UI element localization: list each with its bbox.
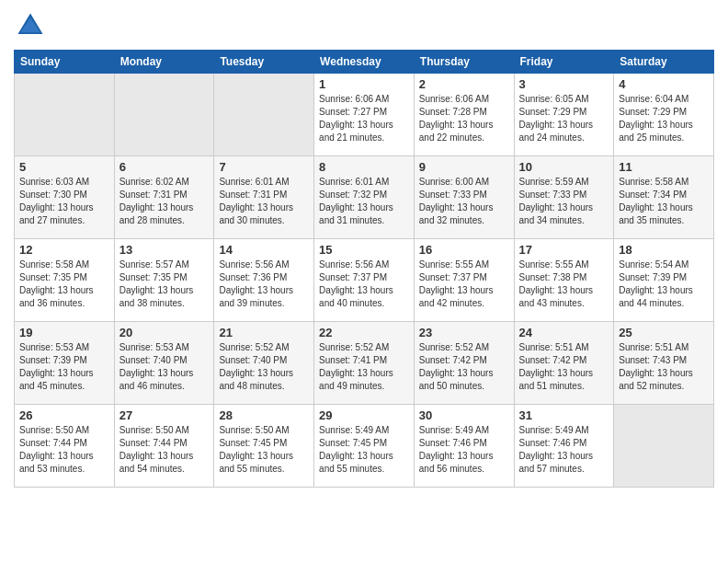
- day-number: 19: [19, 326, 109, 339]
- day-number: 23: [419, 326, 509, 339]
- calendar-cell: 14Sunrise: 5:56 AM Sunset: 7:36 PM Dayli…: [214, 239, 314, 322]
- day-info: Sunrise: 5:53 AM Sunset: 7:40 PM Dayligh…: [119, 341, 210, 393]
- day-info: Sunrise: 5:49 AM Sunset: 7:45 PM Dayligh…: [319, 424, 409, 476]
- week-row-2: 5Sunrise: 6:03 AM Sunset: 7:30 PM Daylig…: [15, 156, 714, 239]
- calendar-cell: [114, 74, 214, 156]
- day-number: 15: [319, 243, 409, 257]
- calendar-cell: 10Sunrise: 5:59 AM Sunset: 7:33 PM Dayli…: [514, 156, 614, 239]
- calendar-cell: 27Sunrise: 5:50 AM Sunset: 7:44 PM Dayli…: [114, 405, 214, 488]
- day-number: 16: [419, 243, 509, 257]
- calendar-cell: 20Sunrise: 5:53 AM Sunset: 7:40 PM Dayli…: [114, 322, 214, 405]
- calendar-cell: 31Sunrise: 5:49 AM Sunset: 7:46 PM Dayli…: [514, 405, 614, 488]
- day-number: 7: [219, 160, 309, 174]
- calendar-cell: 25Sunrise: 5:51 AM Sunset: 7:43 PM Dayli…: [614, 322, 714, 405]
- calendar-cell: 6Sunrise: 6:02 AM Sunset: 7:31 PM Daylig…: [114, 156, 214, 239]
- calendar-cell: 18Sunrise: 5:54 AM Sunset: 7:39 PM Dayli…: [614, 239, 714, 322]
- day-number: 24: [519, 326, 609, 339]
- calendar-cell: 7Sunrise: 6:01 AM Sunset: 7:31 PM Daylig…: [214, 156, 314, 239]
- day-number: 29: [319, 408, 409, 422]
- day-number: 20: [119, 326, 210, 339]
- day-info: Sunrise: 5:55 AM Sunset: 7:37 PM Dayligh…: [419, 259, 509, 310]
- day-number: 8: [319, 160, 409, 174]
- day-info: Sunrise: 5:52 AM Sunset: 7:42 PM Dayligh…: [419, 341, 509, 393]
- calendar-cell: 3Sunrise: 6:05 AM Sunset: 7:29 PM Daylig…: [514, 74, 614, 156]
- day-info: Sunrise: 6:04 AM Sunset: 7:29 PM Dayligh…: [619, 93, 709, 144]
- day-number: 5: [19, 160, 109, 174]
- calendar-table: SundayMondayTuesdayWednesdayThursdayFrid…: [14, 50, 714, 488]
- day-number: 31: [519, 408, 609, 422]
- day-number: 26: [19, 408, 109, 422]
- calendar-cell: [15, 74, 115, 156]
- calendar-cell: 24Sunrise: 5:51 AM Sunset: 7:42 PM Dayli…: [514, 322, 614, 405]
- day-number: 27: [119, 408, 210, 422]
- page-header: [14, 9, 714, 42]
- day-info: Sunrise: 5:56 AM Sunset: 7:37 PM Dayligh…: [319, 259, 409, 310]
- day-info: Sunrise: 5:55 AM Sunset: 7:38 PM Dayligh…: [519, 259, 609, 310]
- calendar-cell: 1Sunrise: 6:06 AM Sunset: 7:27 PM Daylig…: [314, 74, 415, 156]
- day-info: Sunrise: 6:00 AM Sunset: 7:33 PM Dayligh…: [419, 176, 509, 227]
- day-info: Sunrise: 6:06 AM Sunset: 7:28 PM Dayligh…: [419, 93, 509, 144]
- day-info: Sunrise: 6:01 AM Sunset: 7:31 PM Dayligh…: [219, 176, 309, 227]
- day-info: Sunrise: 6:06 AM Sunset: 7:27 PM Dayligh…: [319, 93, 409, 144]
- day-info: Sunrise: 5:57 AM Sunset: 7:35 PM Dayligh…: [119, 259, 210, 310]
- day-info: Sunrise: 6:03 AM Sunset: 7:30 PM Dayligh…: [19, 176, 109, 227]
- day-number: 10: [519, 160, 609, 174]
- day-info: Sunrise: 5:50 AM Sunset: 7:44 PM Dayligh…: [119, 424, 210, 476]
- calendar-cell: [214, 74, 314, 156]
- calendar-cell: 17Sunrise: 5:55 AM Sunset: 7:38 PM Dayli…: [514, 239, 614, 322]
- day-info: Sunrise: 5:58 AM Sunset: 7:35 PM Dayligh…: [19, 259, 109, 310]
- day-number: 21: [219, 326, 309, 339]
- day-number: 11: [619, 160, 709, 174]
- week-row-5: 26Sunrise: 5:50 AM Sunset: 7:44 PM Dayli…: [15, 405, 714, 488]
- day-header-sunday: Sunday: [15, 51, 115, 74]
- day-info: Sunrise: 5:50 AM Sunset: 7:45 PM Dayligh…: [219, 424, 309, 476]
- calendar-cell: 4Sunrise: 6:04 AM Sunset: 7:29 PM Daylig…: [614, 74, 714, 156]
- day-number: 1: [319, 77, 409, 91]
- day-number: 14: [219, 243, 309, 257]
- day-info: Sunrise: 6:01 AM Sunset: 7:32 PM Dayligh…: [319, 176, 409, 227]
- week-row-4: 19Sunrise: 5:53 AM Sunset: 7:39 PM Dayli…: [15, 322, 714, 405]
- calendar-cell: 21Sunrise: 5:52 AM Sunset: 7:40 PM Dayli…: [214, 322, 314, 405]
- day-number: 30: [419, 408, 509, 422]
- calendar-cell: 16Sunrise: 5:55 AM Sunset: 7:37 PM Dayli…: [414, 239, 514, 322]
- day-info: Sunrise: 5:59 AM Sunset: 7:33 PM Dayligh…: [519, 176, 609, 227]
- day-header-tuesday: Tuesday: [214, 51, 314, 74]
- day-info: Sunrise: 5:52 AM Sunset: 7:40 PM Dayligh…: [219, 341, 309, 393]
- day-header-thursday: Thursday: [414, 51, 514, 74]
- day-info: Sunrise: 5:56 AM Sunset: 7:36 PM Dayligh…: [219, 259, 309, 310]
- day-number: 6: [119, 160, 210, 174]
- day-info: Sunrise: 5:51 AM Sunset: 7:42 PM Dayligh…: [519, 341, 609, 393]
- day-header-saturday: Saturday: [614, 51, 714, 74]
- calendar-cell: 8Sunrise: 6:01 AM Sunset: 7:32 PM Daylig…: [314, 156, 415, 239]
- calendar-cell: 15Sunrise: 5:56 AM Sunset: 7:37 PM Dayli…: [314, 239, 415, 322]
- day-header-wednesday: Wednesday: [314, 51, 415, 74]
- header-row: SundayMondayTuesdayWednesdayThursdayFrid…: [15, 51, 714, 74]
- day-number: 12: [19, 243, 109, 257]
- day-info: Sunrise: 5:52 AM Sunset: 7:41 PM Dayligh…: [319, 341, 409, 393]
- day-info: Sunrise: 5:51 AM Sunset: 7:43 PM Dayligh…: [619, 341, 709, 393]
- day-info: Sunrise: 5:50 AM Sunset: 7:44 PM Dayligh…: [19, 424, 109, 476]
- calendar-cell: 9Sunrise: 6:00 AM Sunset: 7:33 PM Daylig…: [414, 156, 514, 239]
- day-number: 9: [419, 160, 509, 174]
- logo-icon: [14, 9, 47, 42]
- day-header-friday: Friday: [514, 51, 614, 74]
- day-number: 17: [519, 243, 609, 257]
- calendar-cell: 26Sunrise: 5:50 AM Sunset: 7:44 PM Dayli…: [15, 405, 115, 488]
- calendar-cell: 22Sunrise: 5:52 AM Sunset: 7:41 PM Dayli…: [314, 322, 415, 405]
- calendar-cell: 13Sunrise: 5:57 AM Sunset: 7:35 PM Dayli…: [114, 239, 214, 322]
- week-row-3: 12Sunrise: 5:58 AM Sunset: 7:35 PM Dayli…: [15, 239, 714, 322]
- calendar-cell: 2Sunrise: 6:06 AM Sunset: 7:28 PM Daylig…: [414, 74, 514, 156]
- day-number: 25: [619, 326, 709, 339]
- calendar-cell: 12Sunrise: 5:58 AM Sunset: 7:35 PM Dayli…: [15, 239, 115, 322]
- day-number: 22: [319, 326, 409, 339]
- calendar-cell: 11Sunrise: 5:58 AM Sunset: 7:34 PM Dayli…: [614, 156, 714, 239]
- day-number: 13: [119, 243, 210, 257]
- day-info: Sunrise: 5:49 AM Sunset: 7:46 PM Dayligh…: [419, 424, 509, 476]
- day-info: Sunrise: 5:49 AM Sunset: 7:46 PM Dayligh…: [519, 424, 609, 476]
- day-info: Sunrise: 6:05 AM Sunset: 7:29 PM Dayligh…: [519, 93, 609, 144]
- calendar-cell: 28Sunrise: 5:50 AM Sunset: 7:45 PM Dayli…: [214, 405, 314, 488]
- week-row-1: 1Sunrise: 6:06 AM Sunset: 7:27 PM Daylig…: [15, 74, 714, 156]
- calendar-cell: 19Sunrise: 5:53 AM Sunset: 7:39 PM Dayli…: [15, 322, 115, 405]
- day-info: Sunrise: 5:53 AM Sunset: 7:39 PM Dayligh…: [19, 341, 109, 393]
- logo: [14, 9, 51, 42]
